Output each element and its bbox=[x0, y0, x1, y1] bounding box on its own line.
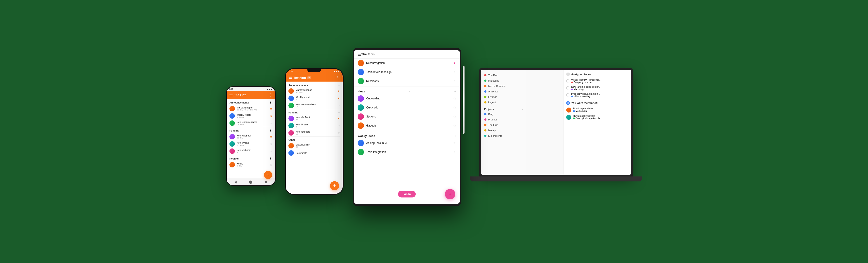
laptop-sidebar: The Firm Marketing Nozbe Reunion Analyti… bbox=[481, 70, 526, 175]
task-new-team-members[interactable]: New team members 1k ☆ bbox=[286, 102, 343, 109]
back-nav-btn[interactable]: ◀ bbox=[234, 180, 237, 184]
phone2-header[interactable]: The Firm ▼ ⋮ bbox=[286, 74, 343, 81]
star-icon[interactable]: ☆ bbox=[270, 122, 272, 125]
star-icon[interactable]: ☆ bbox=[453, 150, 456, 154]
task-new-iphone[interactable]: New iPhone 27Wed ☆ bbox=[227, 140, 275, 147]
sidebar-item-nozbe-reunion[interactable]: Nozbe Reunion bbox=[481, 84, 526, 89]
star-icon[interactable]: ★ bbox=[338, 97, 340, 100]
ideas-more-icon[interactable]: ··· bbox=[408, 90, 410, 93]
dropdown-badge[interactable]: ▼ bbox=[307, 76, 311, 79]
sidebar-item-experiments[interactable]: Experiments bbox=[481, 133, 526, 138]
add-task-icon[interactable]: + bbox=[338, 84, 340, 87]
add-wacky-icon[interactable]: + bbox=[454, 134, 456, 138]
star-icon[interactable]: ★ bbox=[270, 114, 272, 118]
task-onboarding[interactable]: Onboarding ☆ bbox=[354, 94, 460, 103]
star-icon[interactable]: ☆ bbox=[453, 97, 456, 100]
sidebar-item-the-firm[interactable]: The Firm bbox=[481, 72, 526, 78]
star-icon[interactable]: ★ bbox=[338, 117, 340, 120]
sidebar-item-marketing[interactable]: Marketing bbox=[481, 78, 526, 84]
star-icon[interactable]: ☆ bbox=[338, 104, 340, 107]
star-icon[interactable]: ☆ bbox=[338, 124, 340, 127]
task-new-macbook[interactable]: New MacBook 32Thu ★ bbox=[227, 133, 275, 140]
mentioned-task-roadmap[interactable]: Roadmap updates Masterplan bbox=[566, 106, 628, 113]
fab-add-button[interactable]: + bbox=[445, 189, 455, 199]
task-new-iphone[interactable]: New iPhone 8 ☆ bbox=[286, 122, 343, 129]
sidebar-item-analytics[interactable]: Analytics bbox=[481, 89, 526, 94]
task-avatar bbox=[288, 143, 294, 149]
star-icon[interactable]: ☆ bbox=[453, 124, 456, 127]
star-icon[interactable]: ☆ bbox=[453, 106, 456, 109]
task-tesla-integration[interactable]: Tesla integration ☆ bbox=[354, 147, 460, 157]
star-icon[interactable]: ☆ bbox=[453, 70, 456, 74]
task-avatar bbox=[229, 134, 235, 139]
task-new-navigation[interactable]: New navigation ★ bbox=[354, 59, 460, 68]
task-new-icons[interactable]: New icons ☆ bbox=[354, 76, 460, 86]
assigned-task-visual-identity[interactable]: Visual Identity – presenta... Company re… bbox=[566, 77, 628, 85]
sidebar-item-errands[interactable]: Errands bbox=[481, 94, 526, 100]
star-icon[interactable]: ☆ bbox=[270, 163, 272, 166]
star-icon[interactable]: ☆ bbox=[453, 141, 456, 145]
task-weekly-report[interactable]: Weekly report 2 ★ bbox=[286, 95, 343, 102]
assigned-task-landing-page[interactable]: New landing page design... Marketing bbox=[566, 85, 628, 92]
fab-add-button[interactable]: + bbox=[330, 181, 339, 190]
add-task-icon[interactable]: + bbox=[338, 138, 340, 142]
sidebar-item-money[interactable]: Money bbox=[481, 128, 526, 133]
star-icon[interactable]: ☆ bbox=[270, 142, 272, 145]
task-new-keyboard[interactable]: New keyboard 18 ☆ bbox=[286, 129, 343, 136]
announcements-label: Announcements bbox=[288, 84, 308, 87]
hamburger-icon[interactable] bbox=[289, 76, 292, 79]
phone1-header[interactable]: The Firm ⋮ bbox=[227, 91, 275, 99]
hamburger-icon[interactable] bbox=[229, 94, 232, 96]
sidebar-item-product[interactable]: Product bbox=[481, 117, 526, 122]
funding-more-icon[interactable]: ⋮ bbox=[269, 128, 272, 133]
task-radio[interactable] bbox=[566, 93, 569, 97]
follow-button[interactable]: Follow bbox=[398, 191, 416, 197]
hamburger-icon[interactable] bbox=[358, 53, 361, 56]
mentioned-task-navigation[interactable]: Navigation redesign Conceptual experimen… bbox=[566, 113, 628, 121]
ideas-label: Ideas bbox=[358, 90, 365, 93]
star-icon[interactable]: ☆ bbox=[453, 115, 456, 119]
home-nav-btn[interactable]: ⬤ bbox=[249, 180, 252, 184]
task-visual-identity[interactable]: Visual identity 22 bbox=[286, 142, 343, 150]
task-quick-add[interactable]: Quick add ☆ bbox=[354, 103, 460, 112]
task-stickers[interactable]: Stickers ☆ bbox=[354, 112, 460, 121]
more-options-icon[interactable]: ⋮ bbox=[336, 75, 340, 80]
task-marketing-report[interactable]: Marketing report 4ktoday ★ bbox=[286, 88, 343, 95]
star-icon[interactable]: ★ bbox=[270, 135, 272, 138]
task-documents[interactable]: Documents bbox=[286, 150, 343, 157]
task-adding-vr[interactable]: Adding Task in VR ☆ bbox=[354, 138, 460, 147]
task-radio[interactable] bbox=[566, 86, 569, 90]
task-marketing-report[interactable]: Marketing report 46ThuToday 4:00 PM ★ bbox=[227, 105, 275, 112]
add-task-icon[interactable]: + bbox=[338, 111, 340, 114]
star-icon[interactable]: ☆ bbox=[270, 150, 272, 153]
reunion-more-icon[interactable]: ⋮ bbox=[269, 156, 272, 161]
phone1-device: 2:44 ▲▲▲ The Firm ⋮ Announcements ⋮ Mark… bbox=[226, 86, 276, 186]
star-icon[interactable]: ☆ bbox=[338, 131, 340, 134]
wacky-more-icon[interactable]: ··· bbox=[413, 134, 415, 137]
sidebar-item-urgent[interactable]: Urgent bbox=[481, 100, 526, 105]
task-new-keyboard[interactable]: New keyboard 0 ☆ bbox=[227, 147, 275, 155]
task-new-team-members[interactable]: New team members 19Wed ☆ bbox=[227, 120, 275, 127]
projects-chevron-icon[interactable]: › bbox=[522, 108, 523, 110]
phone2-title: The Firm bbox=[293, 76, 306, 79]
task-details-redesign[interactable]: Task details redesign ☆ bbox=[354, 68, 460, 76]
sidebar-item-the-firm-2[interactable]: The Firm bbox=[481, 122, 526, 128]
more-options-icon[interactable]: ⋮ bbox=[269, 93, 272, 97]
recent-nav-btn[interactable]: ◼ bbox=[265, 180, 268, 184]
task-hotels[interactable]: Hotels 0Thu ☆ bbox=[227, 161, 275, 168]
star-icon[interactable]: ★ bbox=[338, 90, 340, 93]
add-idea-icon[interactable]: + bbox=[454, 90, 456, 93]
fab-add-button[interactable]: + bbox=[264, 171, 272, 179]
task-radio[interactable] bbox=[566, 79, 569, 83]
task-new-macbook[interactable]: New MacBook 22 ★ bbox=[286, 115, 343, 122]
laptop-screen: The Firm Marketing Nozbe Reunion Analyti… bbox=[479, 68, 633, 176]
tablet-header[interactable]: The Firm bbox=[354, 50, 460, 59]
star-icon[interactable]: ☆ bbox=[453, 79, 456, 83]
announcements-more-icon[interactable]: ⋮ bbox=[269, 100, 272, 105]
star-icon[interactable]: ★ bbox=[453, 61, 456, 65]
task-gadgets[interactable]: Gadgets ☆ bbox=[354, 121, 460, 130]
sidebar-item-blog[interactable]: Blog bbox=[481, 111, 526, 117]
task-weekly-report[interactable]: Weekly report 8Today ★ bbox=[227, 112, 275, 120]
star-icon[interactable]: ★ bbox=[270, 107, 272, 110]
assigned-task-product-video[interactable]: Product video/animation... Video marketi… bbox=[566, 92, 628, 99]
